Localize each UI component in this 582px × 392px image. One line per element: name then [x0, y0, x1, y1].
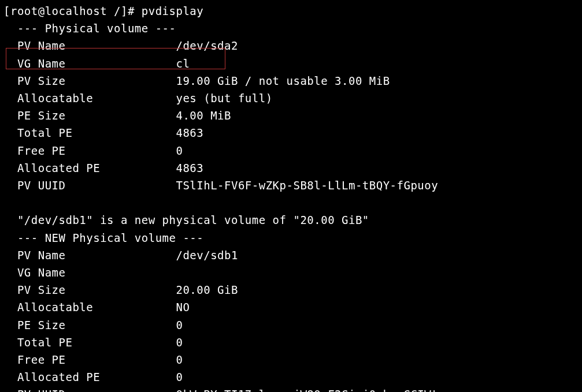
terminal-text: [root@localhost /]# pvdisplay --- Physic… [3, 2, 579, 392]
terminal-output[interactable]: [root@localhost /]# pvdisplay --- Physic… [0, 0, 582, 392]
